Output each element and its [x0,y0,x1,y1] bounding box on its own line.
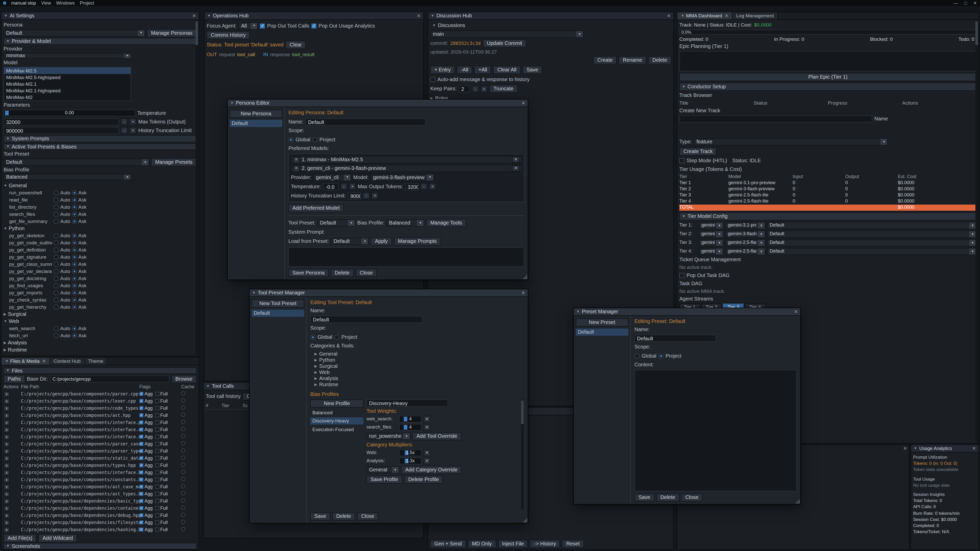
group-arrow-icon[interactable]: ▼ [3,184,7,188]
base-dir-input[interactable]: C:/projects/gencpp [50,375,169,383]
create-discussion-button[interactable]: Create [593,56,617,65]
new-preset-button[interactable]: New Preset [576,318,628,327]
preferred-model-row[interactable]: ≡ 2. gemini_cli - gemini-3-flash-preview… [291,165,522,172]
remove-file-button[interactable]: x [3,477,10,483]
tier-model-select[interactable]: gemini-3-flash-p▾ [725,230,765,238]
expand-arrow-icon[interactable]: ▶ [314,383,317,387]
slider-grab[interactable] [404,425,407,430]
clear-all-button[interactable]: Clear All [493,66,520,74]
system-prompt-textarea[interactable] [288,248,524,267]
close-icon[interactable]: ✕ [724,13,729,19]
scrollbar[interactable] [975,21,978,442]
full-checkbox[interactable] [155,527,159,532]
full-checkbox[interactable] [155,456,159,460]
full-checkbox[interactable] [155,442,159,446]
truncate-button[interactable]: Truncate [489,85,517,93]
scope-global-radio[interactable] [288,137,293,142]
close-icon[interactable]: ✕ [522,290,525,295]
full-checkbox[interactable] [155,449,159,453]
ask-radio[interactable] [72,297,77,303]
model-option[interactable]: MiniMax-M2.5 [4,67,130,74]
panel-tab[interactable]: ▼ Theme ✕ [85,358,107,365]
collapse-arrow-icon[interactable]: ▼ [230,101,234,105]
scope-project-radio[interactable] [659,353,663,359]
close-icon[interactable]: ✕ [192,13,196,19]
weight-slider[interactable]: 4 [399,424,422,430]
group-arrow-icon[interactable]: ▼ [3,319,7,324]
cache-indicator[interactable] [181,391,185,395]
full-checkbox[interactable] [155,478,159,482]
ask-radio[interactable] [72,240,77,245]
collapse-arrow-icon[interactable]: ▼ [431,14,434,18]
delete-profile-button[interactable]: Delete Profile [404,475,443,484]
minimize-button[interactable]: — [953,0,958,6]
agg-checkbox[interactable] [139,399,143,403]
add-tool-override-button[interactable]: Add Tool Override [412,432,461,440]
increment-button[interactable]: + [480,86,487,92]
full-checkbox[interactable] [155,463,159,467]
full-checkbox[interactable] [155,399,159,403]
discussion-hub-header[interactable]: ▼ Discussion Hub ✕ [428,12,673,20]
persona-select[interactable]: Default▾ [3,29,145,37]
remove-file-button[interactable]: x [3,441,10,447]
ask-radio[interactable] [72,190,77,195]
resize-grip[interactable] [795,499,800,503]
manage-personas-button[interactable]: Manage Personas [147,29,197,37]
full-checkbox[interactable] [155,499,159,503]
provider-select[interactable]: minimax▾ [3,53,131,59]
remove-weight-button[interactable]: ✕ [424,416,430,422]
group-arrow-icon[interactable]: ▶ [3,341,6,345]
agg-checkbox[interactable] [139,470,143,475]
composer-button[interactable]: MD Only [468,540,496,548]
auto-radio[interactable] [54,290,59,295]
delete-discussion-button[interactable]: Delete [648,56,671,65]
pop-out-usage-checkbox[interactable] [311,23,317,28]
save-button[interactable]: Save [310,512,330,520]
ask-radio[interactable] [72,248,77,252]
increment-button[interactable]: + [130,127,136,134]
panel-tab[interactable]: ▼ Context Hub ✕ [50,358,85,365]
paths-button[interactable]: Paths [3,375,25,383]
remove-file-button[interactable]: x [3,527,10,533]
ask-radio[interactable] [72,326,77,331]
composer-button[interactable]: Reset [562,540,584,548]
epic-planning-textarea[interactable] [679,51,977,72]
full-checkbox[interactable] [155,421,159,424]
tool-preset-select[interactable]: Default▾ [318,219,355,227]
remove-file-button[interactable]: x [3,406,10,411]
ask-radio[interactable] [72,197,77,203]
remove-file-button[interactable]: x [3,448,10,454]
ai-settings-header[interactable]: ▼ AI Settings ✕ [2,12,199,20]
remove-file-button[interactable]: x [3,506,10,511]
manage-presets-button[interactable]: Manage Presets [151,158,197,166]
auto-radio[interactable] [54,254,59,260]
bias-profile-item[interactable]: Discovery-Heavy [310,418,363,424]
ask-radio[interactable] [72,254,77,260]
preset-name-input[interactable]: Default [635,335,716,342]
remove-file-button[interactable]: x [3,470,10,475]
maximize-button[interactable]: □ [964,0,967,6]
slider-grab[interactable] [404,417,407,421]
model-option[interactable]: MiniMax-M2.1-highspeed [4,87,130,94]
category-node[interactable]: ▶ Analysis [310,375,524,382]
cache-indicator[interactable] [181,420,185,424]
full-checkbox[interactable] [155,427,159,432]
agg-checkbox[interactable] [139,520,143,524]
operations-hub-header[interactable]: ▼ Operations Hub ✕ [205,12,423,20]
collapse-arrow-icon[interactable]: ▼ [576,310,580,314]
bias-profile-select[interactable]: Balanced▾ [3,174,131,180]
weight-slider[interactable]: 4 [399,416,422,422]
tier-preset-select[interactable]: Default▾ [767,230,977,238]
conductor-setup-section[interactable]: ▼Conductor Setup [679,83,977,91]
increment-button[interactable]: + [429,183,436,190]
cache-indicator[interactable] [181,513,185,517]
cache-indicator[interactable] [181,456,185,460]
clear-status-button[interactable]: Clear [286,41,306,49]
dialog-header[interactable]: ▼ Persona Editor ✕ [228,100,528,107]
remove-file-button[interactable]: x [3,456,10,461]
close-icon[interactable]: ✕ [972,446,976,451]
dialog-header[interactable]: ▼ Preset Manager ✕ [574,308,800,316]
agg-checkbox[interactable] [139,513,143,517]
close-button[interactable]: Close [681,493,702,502]
delete-persona-button[interactable]: Delete [331,269,354,277]
